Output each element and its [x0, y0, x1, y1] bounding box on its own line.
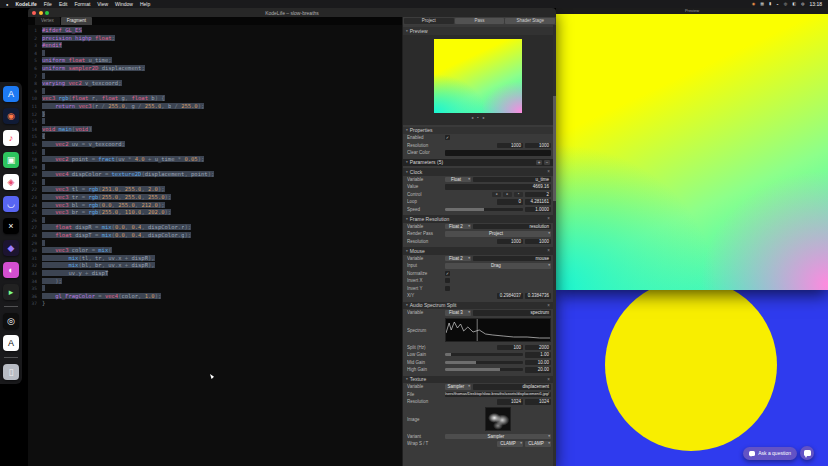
type-dropdown[interactable]: Float 3: [445, 310, 471, 316]
value-field[interactable]: 1000: [497, 143, 523, 149]
slider-track[interactable]: [445, 361, 523, 364]
discord-dock-icon[interactable]: ◡: [3, 196, 19, 212]
preview-header[interactable]: ▾Preview: [403, 27, 553, 35]
search-icon[interactable]: ◎: [784, 0, 788, 8]
code-line[interactable]: 20 vec4 dispColor = texture2D(displaceme…: [28, 171, 402, 179]
code-line[interactable]: 18 vec2 point = fract(uv * 4.0 + u_time …: [28, 156, 402, 164]
panel-tab-pass[interactable]: Pass: [455, 18, 505, 24]
name-field[interactable]: spectrum: [473, 310, 551, 316]
code-line[interactable]: 14void main(void): [28, 126, 402, 134]
ask-question-button[interactable]: Ask a question: [743, 447, 797, 460]
chat-launcher-button[interactable]: [800, 446, 814, 460]
slider-value[interactable]: 1.00: [525, 352, 551, 358]
add-parameter-button[interactable]: +: [536, 160, 542, 166]
code-editor[interactable]: VertexFragment 1#ifdef GL_ES2precision h…: [28, 17, 402, 466]
checkbox[interactable]: ✓: [445, 135, 450, 140]
code-line[interactable]: 33 uv.y + dispT: [28, 270, 402, 278]
figma-dock-icon[interactable]: ◐: [3, 262, 19, 278]
code-line[interactable]: 21: [28, 179, 402, 187]
dropdown[interactable]: Drag: [445, 263, 551, 269]
terminal-dock-icon[interactable]: ▸: [3, 284, 19, 300]
menu-view[interactable]: View: [97, 1, 108, 7]
properties-header[interactable]: ▾Properties: [403, 127, 553, 135]
apple-menu-icon[interactable]: ●: [6, 2, 8, 7]
section-header-clock[interactable]: ▾Clock×: [403, 168, 553, 176]
type-dropdown[interactable]: Sampler: [445, 384, 471, 390]
wrap-dropdown[interactable]: CLAMP: [497, 441, 523, 447]
type-dropdown[interactable]: Float 2: [445, 224, 471, 230]
value-field[interactable]: 1000: [497, 239, 523, 245]
menu-format[interactable]: Format: [75, 1, 91, 7]
code-line[interactable]: 29: [28, 240, 402, 248]
menu-kodelife[interactable]: KodeLife: [15, 1, 36, 7]
code-line[interactable]: 12}: [28, 111, 402, 119]
photos-dock-icon[interactable]: ◈: [3, 174, 19, 190]
remove-section-icon[interactable]: ×: [547, 169, 550, 174]
value-field[interactable]: 4.281161: [525, 199, 551, 205]
value-field[interactable]: 0.3384736: [525, 293, 551, 299]
section-header-audio-spectrum-split[interactable]: ▾Audio Spectrum Split×: [403, 302, 553, 310]
value-field[interactable]: 2: [525, 192, 551, 198]
tab-vertex[interactable]: Vertex: [35, 17, 60, 25]
value-field[interactable]: 1024: [525, 399, 551, 405]
value-field[interactable]: 0.2984037: [497, 293, 523, 299]
code-line[interactable]: 10vec3 rgb(float r, float g, float b) {: [28, 95, 402, 103]
section-header-texture[interactable]: ▾Texture×: [403, 376, 553, 384]
code-line[interactable]: 17: [28, 149, 402, 157]
pixelmator-dock-icon[interactable]: ◎: [3, 313, 19, 329]
code-line[interactable]: 24 vec3 bl = rgb(0.0, 255.0, 212.0);: [28, 202, 402, 210]
code-line[interactable]: 13: [28, 118, 402, 126]
remove-section-icon[interactable]: ×: [547, 248, 550, 253]
code-line[interactable]: 36 gl_FragColor = vec4(color, 1.0);: [28, 293, 402, 301]
wrap-dropdown[interactable]: CLAMP: [525, 441, 551, 447]
name-field[interactable]: resolution: [473, 224, 551, 230]
color-swatch[interactable]: [445, 150, 551, 156]
minimize-button[interactable]: [39, 11, 43, 15]
code-line[interactable]: 37}: [28, 300, 402, 308]
value-field[interactable]: 4669.16: [445, 184, 551, 190]
x-app-dock-icon[interactable]: ×: [3, 218, 19, 234]
code-line[interactable]: 32 mix(bl, br, uv.x + dispR),: [28, 262, 402, 270]
close-button[interactable]: [32, 11, 36, 15]
parameters-header[interactable]: ▾Parameters (5)+−: [403, 159, 553, 167]
code-line[interactable]: 22 vec3 tl = rgb(251.0, 255.0, 2.0);: [28, 186, 402, 194]
music-dock-icon[interactable]: ♪: [3, 130, 19, 146]
code-line[interactable]: 35: [28, 285, 402, 293]
value-field[interactable]: 1000: [525, 239, 551, 245]
code-line[interactable]: 1#ifdef GL_ES: [28, 27, 402, 35]
code-line[interactable]: 8varying vec2 v_texcoord;: [28, 80, 402, 88]
code-line[interactable]: 26: [28, 217, 402, 225]
code-line[interactable]: 23 vec3 tr = rgb(255.0, 255.0, 255.0);: [28, 194, 402, 202]
code-line[interactable]: 16 vec2 uv = v_texcoord;: [28, 141, 402, 149]
title-bar[interactable]: KodeLife – slow-breaths: [28, 8, 556, 17]
menu-help[interactable]: Help: [140, 1, 150, 7]
firefox-dock-icon[interactable]: ◉: [3, 108, 19, 124]
preview-control-button[interactable]: ▪: [477, 115, 478, 120]
slider-value[interactable]: 20.00: [525, 367, 551, 373]
dropdown[interactable]: Sampler: [445, 434, 551, 440]
section-header-mouse[interactable]: ▾Mouse×: [403, 247, 553, 255]
preview-control-button[interactable]: ▸: [483, 115, 485, 120]
name-field[interactable]: mouse: [473, 256, 551, 262]
code-line[interactable]: 11 return vec3(r / 255.0, g / 255.0, b /…: [28, 103, 402, 111]
slider-track[interactable]: [445, 368, 523, 371]
code-line[interactable]: 9: [28, 88, 402, 96]
siri-icon[interactable]: ◍: [801, 0, 805, 8]
code-line[interactable]: 2precision highp float;: [28, 35, 402, 43]
code-line[interactable]: 30 vec3 color = mix(: [28, 247, 402, 255]
panel-tab-project[interactable]: Project: [404, 18, 454, 24]
display-icon[interactable]: ▦: [760, 0, 764, 8]
section-header-frame-resolution[interactable]: ▾Frame Resolution×: [403, 215, 553, 223]
panel-scrollbar[interactable]: [553, 25, 556, 466]
slider-value[interactable]: 10.00: [525, 360, 551, 366]
code-line[interactable]: 31 mix(tl, tr, uv.x + dispR),: [28, 255, 402, 263]
slider-track[interactable]: [445, 353, 523, 356]
slider-track[interactable]: [445, 208, 523, 211]
remove-section-icon[interactable]: ×: [547, 377, 550, 382]
zoom-button[interactable]: [45, 11, 49, 15]
menu-file[interactable]: File: [44, 1, 52, 7]
transport-button[interactable]: ▪: [514, 192, 523, 198]
code-area[interactable]: 1#ifdef GL_ES2precision highp float;3#en…: [28, 25, 402, 466]
ia-writer-dock-icon[interactable]: A: [3, 335, 19, 351]
type-dropdown[interactable]: Float: [445, 177, 471, 183]
